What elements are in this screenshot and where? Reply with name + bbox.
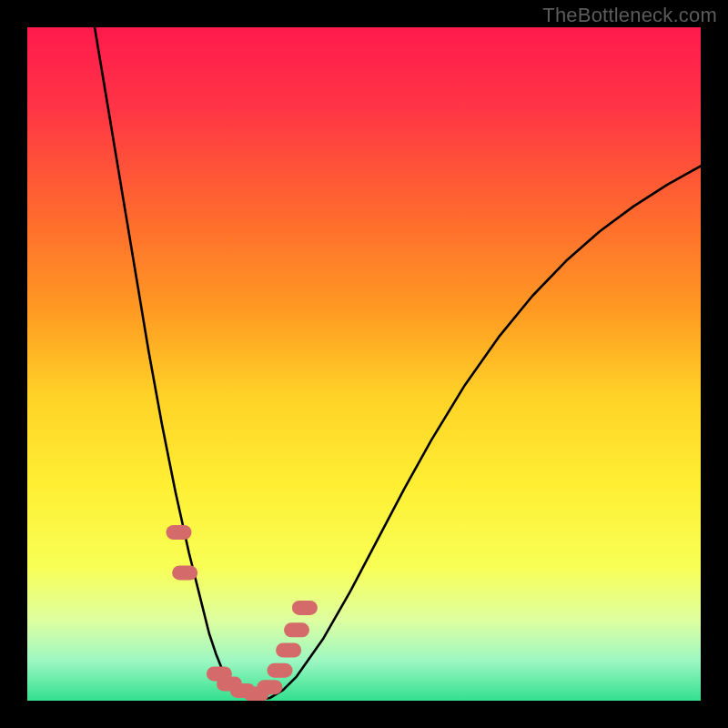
curve-marker — [276, 643, 301, 658]
chart-frame: TheBottleneck.com — [0, 0, 728, 728]
curve-marker — [257, 680, 282, 694]
curve-marker — [284, 622, 309, 637]
plot-area — [27, 27, 701, 701]
curve-marker — [167, 525, 192, 540]
gradient-background — [27, 27, 701, 701]
chart-svg — [27, 27, 701, 701]
curve-marker — [292, 601, 318, 615]
curve-marker — [172, 565, 197, 580]
watermark-text: TheBottleneck.com — [542, 4, 717, 27]
curve-marker — [268, 663, 293, 678]
